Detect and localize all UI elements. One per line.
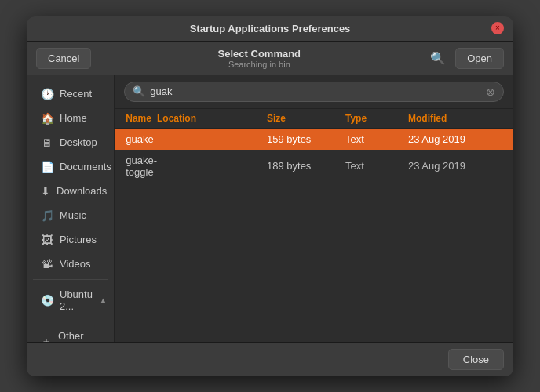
pictures-icon: 🖼	[41, 234, 53, 246]
sidebar-item-label: Documents	[60, 161, 111, 172]
music-icon: 🎵	[41, 209, 53, 222]
dialog-body: 🕐 Recent 🏠 Home 🖥 Desktop 📄 Documents ⬇ …	[27, 75, 513, 342]
sidebar-item-music[interactable]: 🎵 Music	[30, 204, 111, 227]
home-icon: 🏠	[41, 112, 53, 125]
sidebar-item-recent[interactable]: 🕐 Recent	[30, 82, 111, 106]
file-size: 189 bytes	[267, 160, 345, 172]
window-close-button[interactable]: ×	[491, 22, 504, 34]
sidebar-item-label: Downloads	[57, 185, 107, 197]
sidebar-item-documents[interactable]: 📄 Documents	[30, 155, 111, 179]
col-size: Size	[267, 113, 345, 124]
title-bar: Startup Applications Preferences ×	[27, 16, 513, 42]
dialog-subtitle: Searching in bin	[97, 60, 421, 69]
file-modified: 23 Aug 2019	[408, 160, 502, 172]
file-list: Name Location Size Type Modified guake 1…	[115, 109, 513, 342]
col-modified: Modified	[408, 113, 502, 124]
sidebar-other-locations-label: Other Locations	[58, 330, 102, 342]
sidebar-item-label: Pictures	[60, 234, 97, 245]
search-icon: 🔍	[133, 85, 145, 97]
sidebar-item-label: Desktop	[60, 136, 97, 148]
sidebar-item-desktop[interactable]: 🖥 Desktop	[30, 131, 111, 154]
dialog-footer: Close	[27, 342, 513, 376]
sidebar-ubuntu-label: Ubuntu 2...	[60, 289, 93, 312]
dialog-title: Select Command	[97, 48, 421, 60]
main-content: 🔍 ⊗ Name Location Size Type Modified gua…	[115, 75, 513, 342]
sidebar-item-ubuntu[interactable]: 💿 Ubuntu 2... ▲	[30, 283, 111, 318]
close-dialog-button[interactable]: Close	[448, 349, 504, 370]
outer-window: Startup Applications Preferences × Cance…	[27, 16, 513, 376]
sidebar-item-other-locations[interactable]: ＋ Other Locations	[30, 325, 111, 342]
sidebar-item-videos[interactable]: 📽 Videos	[30, 252, 111, 276]
file-size: 159 bytes	[267, 133, 345, 145]
col-location: Location	[157, 113, 267, 124]
sidebar-divider-2	[33, 321, 108, 321]
clear-search-icon[interactable]: ⊗	[486, 85, 495, 98]
search-input-wrap: 🔍 ⊗	[124, 82, 504, 102]
file-type: Text	[345, 160, 408, 172]
sidebar-item-label: Recent	[60, 88, 92, 100]
downloads-icon: ⬇	[41, 185, 50, 198]
file-name: guake-toggle	[126, 154, 157, 178]
sidebar-item-home[interactable]: 🏠 Home	[30, 107, 111, 130]
dialog-header: Cancel Select Command Searching in bin 🔍…	[27, 42, 513, 75]
sidebar: 🕐 Recent 🏠 Home 🖥 Desktop 📄 Documents ⬇ …	[27, 75, 115, 342]
eject-button[interactable]: ▲	[99, 296, 108, 305]
videos-icon: 📽	[41, 258, 53, 270]
window-title: Startup Applications Preferences	[190, 23, 351, 34]
sidebar-item-label: Music	[60, 209, 86, 221]
desktop-icon: 🖥	[41, 136, 53, 149]
file-row[interactable]: guake-toggle 189 bytes Text 23 Aug 2019	[115, 150, 513, 183]
sidebar-item-label: Home	[60, 112, 87, 124]
cancel-button[interactable]: Cancel	[36, 48, 91, 69]
col-type: Type	[345, 113, 408, 124]
file-name: guake	[126, 133, 157, 145]
documents-icon: 📄	[41, 161, 53, 173]
file-type: Text	[345, 133, 408, 145]
sidebar-item-label: Videos	[60, 258, 91, 270]
open-button[interactable]: Open	[455, 48, 504, 69]
file-row[interactable]: guake 159 bytes Text 23 Aug 2019	[115, 129, 513, 150]
other-locations-icon: ＋	[41, 335, 52, 342]
sidebar-item-pictures[interactable]: 🖼 Pictures	[30, 228, 111, 252]
recent-icon: 🕐	[41, 88, 53, 100]
file-list-header: Name Location Size Type Modified	[115, 109, 513, 129]
col-name: Name	[126, 113, 157, 124]
file-modified: 23 Aug 2019	[408, 133, 502, 145]
dialog-title-block: Select Command Searching in bin	[97, 48, 421, 69]
sidebar-item-downloads[interactable]: ⬇ Downloads	[30, 180, 111, 203]
search-input[interactable]	[150, 85, 481, 97]
sidebar-divider	[33, 279, 108, 280]
search-toggle-button[interactable]: 🔍	[427, 48, 449, 69]
search-bar: 🔍 ⊗	[115, 75, 513, 109]
ubuntu-icon: 💿	[41, 294, 53, 307]
